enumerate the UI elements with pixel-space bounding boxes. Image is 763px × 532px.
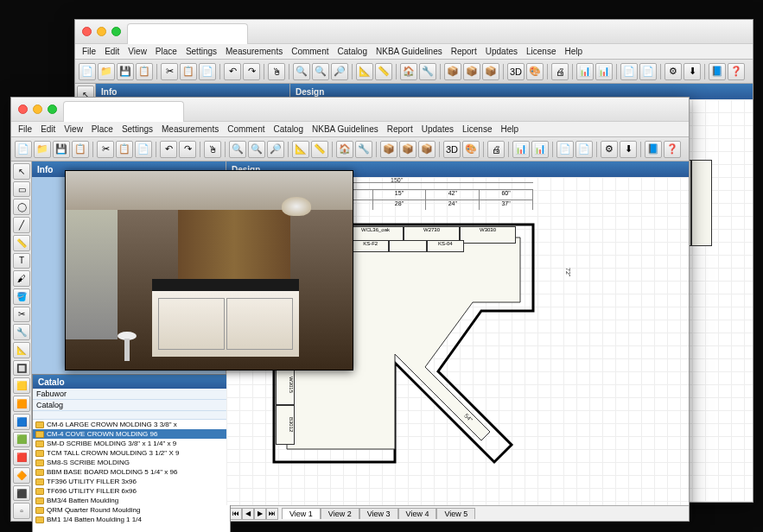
menu-comment[interactable]: Comment — [288, 47, 332, 56]
toolbar-button-1[interactable]: 📁 — [34, 141, 51, 158]
toolbar-button-18[interactable]: 📐 — [356, 63, 373, 80]
cabinet[interactable]: W3030 — [460, 226, 516, 244]
menu-file[interactable]: File — [79, 47, 99, 56]
toolbar-button-39[interactable]: ⚙ — [601, 141, 618, 158]
menu-updates[interactable]: Updates — [482, 47, 521, 56]
toolbar-button-29[interactable]: 🎨 — [526, 63, 544, 80]
menu-settings[interactable]: Settings — [182, 47, 220, 56]
toolbar-button-3[interactable]: 📋 — [72, 141, 89, 158]
view-tab[interactable]: View 4 — [398, 508, 437, 519]
view-tab[interactable]: View 2 — [321, 508, 359, 519]
toolbar-button-16[interactable]: 🔎 — [267, 141, 284, 158]
toolbar-button-14[interactable]: 🔍 — [293, 63, 310, 80]
menu-license[interactable]: License — [459, 124, 495, 134]
tool-button-18[interactable]: ⬛ — [13, 485, 30, 502]
menu-catalog[interactable]: Catalog — [334, 47, 371, 56]
toolbar-button-7[interactable]: 📄 — [135, 141, 152, 158]
tab-next-icon[interactable]: ▶ — [254, 508, 266, 520]
toolbar-button-36[interactable]: 📄 — [556, 141, 574, 158]
menu-report[interactable]: Report — [384, 124, 416, 134]
toolbar-button-40[interactable]: ⬇ — [620, 141, 637, 158]
tool-button-5[interactable]: T — [13, 253, 30, 269]
close-icon[interactable] — [18, 104, 28, 114]
toolbar-button-2[interactable]: 💾 — [117, 63, 134, 80]
catalog-item[interactable]: BM3/4 Batten Moulding — [33, 496, 230, 505]
toolbar-button-42[interactable]: 📘 — [709, 63, 726, 80]
toolbar-button-34[interactable]: 📊 — [531, 141, 549, 158]
tool-button-0[interactable]: ↖ — [13, 163, 30, 180]
toolbar-button-3[interactable]: 📋 — [136, 63, 153, 80]
tool-button-2[interactable]: ◯ — [13, 199, 30, 215]
toolbar-button-31[interactable]: 🖨 — [551, 63, 569, 80]
toolbar-button-5[interactable]: ✂ — [97, 141, 114, 158]
catalog-item[interactable]: TF696 UTILITY FILLER 6x96 — [33, 486, 230, 496]
toolbar-button-26[interactable]: 📦 — [418, 141, 436, 158]
toolbar-button-28[interactable]: 3D — [507, 63, 525, 80]
cabinet[interactable]: B3012 — [276, 405, 295, 445]
catalog-item[interactable]: BBM BASE BOARD MOLDING 5 1/4" x 96 — [33, 467, 230, 477]
view-tab[interactable]: View 1 — [282, 508, 321, 519]
tool-button-14[interactable]: 🟦 — [13, 414, 30, 430]
catalog-item[interactable]: TF396 UTILITY FILLER 3x96 — [33, 477, 230, 486]
toolbar-button-1[interactable]: 📁 — [98, 63, 115, 80]
catalog-item[interactable]: QRM Quarter Round Moulding — [33, 505, 230, 515]
catalog-tab[interactable]: Catalog — [33, 400, 230, 411]
toolbar-button-14[interactable]: 🔍 — [229, 141, 246, 158]
tool-button-8[interactable]: ✂ — [13, 307, 30, 323]
tool-button-9[interactable]: 🔧 — [13, 324, 30, 340]
menu-catalog[interactable]: Catalog — [270, 124, 307, 134]
menu-nkba-guidelines[interactable]: NKBA Guidelines — [372, 47, 446, 56]
toolbar-button-7[interactable]: 📄 — [199, 63, 216, 80]
toolbar-button-33[interactable]: 📊 — [576, 63, 594, 80]
maximize-icon[interactable] — [48, 104, 57, 114]
tool-button-16[interactable]: 🟥 — [13, 449, 30, 466]
menu-updates[interactable]: Updates — [418, 124, 457, 134]
menu-file[interactable]: File — [15, 124, 35, 134]
toolbar-button-24[interactable]: 📦 — [380, 141, 397, 158]
toolbar-button-9[interactable]: ↶ — [224, 63, 241, 80]
menu-measurements[interactable]: Measurements — [158, 124, 222, 134]
cabinet[interactable]: KS-04 — [427, 240, 464, 252]
toolbar-button-9[interactable]: ↶ — [160, 141, 177, 158]
toolbar-button-31[interactable]: 🖨 — [487, 141, 505, 158]
maximize-icon[interactable] — [111, 27, 121, 36]
menu-view[interactable]: View — [60, 124, 86, 134]
close-icon[interactable] — [82, 27, 92, 36]
catalog-item[interactable]: CM-6 LARGE CROWN MOLDING 3 3/8" x — [33, 420, 230, 429]
menu-place[interactable]: Place — [88, 124, 117, 134]
menu-measurements[interactable]: Measurements — [222, 47, 286, 56]
toolbar-button-25[interactable]: 📦 — [463, 63, 480, 80]
toolbar-button-26[interactable]: 📦 — [482, 63, 499, 80]
cabinet[interactable]: KS-F2 — [352, 240, 389, 252]
toolbar-button-5[interactable]: ✂ — [161, 63, 178, 80]
tool-button-10[interactable]: 📐 — [13, 342, 30, 358]
toolbar-button-19[interactable]: 📏 — [311, 141, 328, 158]
tool-button-6[interactable]: 🖌 — [13, 270, 30, 287]
toolbar-button-22[interactable]: 🔧 — [355, 141, 372, 158]
toolbar-button-16[interactable]: 🔎 — [331, 63, 348, 80]
menu-settings[interactable]: Settings — [118, 124, 156, 134]
toolbar-button-39[interactable]: ⚙ — [664, 63, 682, 80]
toolbar-button-40[interactable]: ⬇ — [684, 63, 701, 80]
toolbar-button-33[interactable]: 📊 — [512, 141, 530, 158]
tab-prev-icon[interactable]: ◀ — [242, 508, 254, 520]
toolbar-button-0[interactable]: 📄 — [15, 141, 32, 158]
toolbar-button-29[interactable]: 🎨 — [462, 141, 480, 158]
menu-view[interactable]: View — [124, 47, 150, 56]
toolbar-button-43[interactable]: ❓ — [664, 141, 681, 158]
tool-button-1[interactable]: ▭ — [13, 181, 30, 198]
tool-button-17[interactable]: 🔶 — [13, 467, 30, 484]
view-tab[interactable]: View 5 — [436, 508, 475, 519]
tool-button-13[interactable]: 🟧 — [13, 396, 30, 412]
tool-button-12[interactable]: 🟨 — [13, 377, 30, 394]
menu-report[interactable]: Report — [448, 47, 480, 56]
catalog-item[interactable]: BM1 1/4 Batten Moulding 1 1/4 — [33, 515, 230, 524]
toolbar-button-18[interactable]: 📐 — [292, 141, 309, 158]
catalog-list[interactable]: CM-6 LARGE CROWN MOLDING 3 3/8" xCM-4 CO… — [33, 420, 230, 532]
toolbar-button-24[interactable]: 📦 — [444, 63, 461, 80]
toolbar-button-37[interactable]: 📄 — [639, 63, 657, 80]
toolbar-button-12[interactable]: 🖱 — [204, 141, 221, 158]
toolbar-button-6[interactable]: 📋 — [116, 141, 133, 158]
toolbar-button-43[interactable]: ❓ — [728, 63, 745, 80]
toolbar-button-34[interactable]: 📊 — [595, 63, 613, 80]
